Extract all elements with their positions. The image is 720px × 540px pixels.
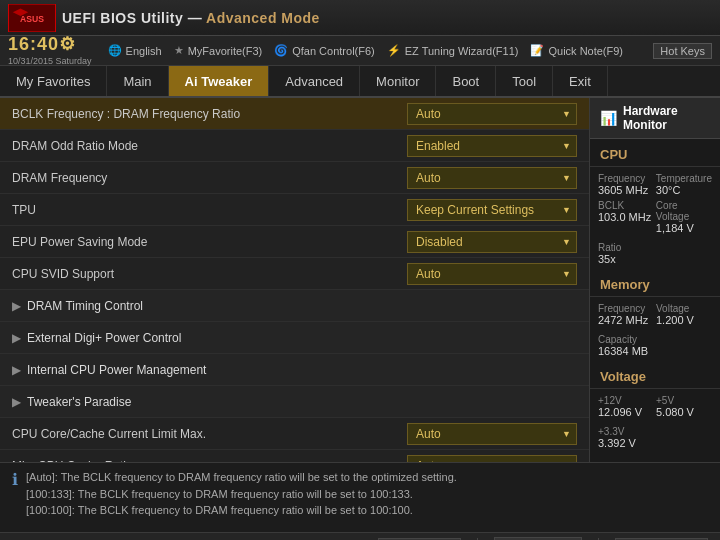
- hw-bclk-label: BCLK 103.0 MHz: [598, 198, 654, 234]
- hw-12v-label: +12V 12.096 V: [598, 393, 654, 418]
- navbar: My Favorites Main Ai Tweaker Advanced Mo…: [0, 66, 720, 98]
- hw-capacity: Capacity 16384 MB: [590, 330, 720, 361]
- svg-text:ASUS: ASUS: [20, 13, 44, 23]
- tab-exit[interactable]: Exit: [553, 66, 608, 96]
- min-cpu-cache-select-wrapper: Auto: [407, 455, 577, 463]
- tab-monitor[interactable]: Monitor: [360, 66, 436, 96]
- setting-label: EPU Power Saving Mode: [12, 235, 407, 249]
- note-icon: 📝: [530, 44, 544, 57]
- hw-memory-section: Memory: [590, 269, 720, 297]
- tab-main[interactable]: Main: [107, 66, 168, 96]
- hw-monitor-title: 📊 Hardware Monitor: [590, 98, 720, 139]
- hw-mem-voltage-label: Voltage 1.200 V: [656, 301, 712, 326]
- setting-cpu-cache-limit[interactable]: CPU Core/Cache Current Limit Max. Auto: [0, 418, 589, 450]
- setting-label: TPU: [12, 203, 407, 217]
- setting-label: DRAM Odd Ratio Mode: [12, 139, 407, 153]
- section-dram-timing[interactable]: ▶ DRAM Timing Control: [0, 290, 589, 322]
- info-icon: ℹ: [12, 470, 18, 489]
- section-cpu-power-mgmt[interactable]: ▶ Internal CPU Power Management: [0, 354, 589, 386]
- dram-odd-ratio-select[interactable]: Enabled: [407, 135, 577, 157]
- monitor-icon: 📊: [600, 110, 617, 126]
- info-bar: ℹ [Auto]: The BCLK frequency to DRAM fre…: [0, 462, 720, 532]
- hw-voltage-grid: +12V 12.096 V +5V 5.080 V: [590, 389, 720, 422]
- hw-voltage-section: Voltage: [590, 361, 720, 389]
- hot-keys-button[interactable]: Hot Keys: [653, 43, 712, 59]
- epu-power-select-wrapper: Disabled: [407, 231, 577, 253]
- fan-icon: 🌀: [274, 44, 288, 57]
- setting-label: Min. CPU Cache Ratio: [12, 459, 407, 463]
- tpu-select[interactable]: Keep Current Settings: [407, 199, 577, 221]
- infobar: 16:40⚙ 10/31/2015 Saturday 🌐 English ★ M…: [0, 36, 720, 66]
- statusbar: Version 2.17.1246. Copyright (C) 2015 Am…: [0, 532, 720, 540]
- setting-min-cpu-cache-ratio[interactable]: Min. CPU Cache Ratio Auto: [0, 450, 589, 462]
- tab-tool[interactable]: Tool: [496, 66, 553, 96]
- cpu-cache-limit-select-wrapper: Auto: [407, 423, 577, 445]
- setting-tpu[interactable]: TPU Keep Current Settings: [0, 194, 589, 226]
- hw-memory-grid: Frequency 2472 MHz Voltage 1.200 V: [590, 297, 720, 330]
- dram-freq-select-wrapper: Auto: [407, 167, 577, 189]
- hw-cpu-freq-label: Frequency 3605 MHz: [598, 171, 654, 196]
- hw-mem-freq-label: Frequency 2472 MHz: [598, 301, 654, 326]
- section-digi-power[interactable]: ▶ External Digi+ Power Control: [0, 322, 589, 354]
- settings-panel: BCLK Frequency : DRAM Frequency Ratio Au…: [0, 98, 590, 462]
- hw-5v-label: +5V 5.080 V: [656, 393, 712, 418]
- cpu-cache-limit-select[interactable]: Auto: [407, 423, 577, 445]
- bclk-dram-ratio-select[interactable]: Auto: [407, 103, 577, 125]
- lightning-icon: ⚡: [387, 44, 401, 57]
- hw-ratio: Ratio 35x: [590, 238, 720, 269]
- dram-freq-select[interactable]: Auto: [407, 167, 577, 189]
- setting-label: CPU SVID Support: [12, 267, 407, 281]
- hw-3v3-label: +3.3V 3.392 V: [590, 422, 720, 453]
- main-content: BCLK Frequency : DRAM Frequency Ratio Au…: [0, 98, 720, 462]
- tab-advanced[interactable]: Advanced: [269, 66, 360, 96]
- min-cpu-cache-select[interactable]: Auto: [407, 455, 577, 463]
- section-tweakers-paradise[interactable]: ▶ Tweaker's Paradise: [0, 386, 589, 418]
- hardware-monitor-panel: 📊 Hardware Monitor CPU Frequency 3605 MH…: [590, 98, 720, 462]
- setting-epu-power[interactable]: EPU Power Saving Mode Disabled: [0, 226, 589, 258]
- info-text: [Auto]: The BCLK frequency to DRAM frequ…: [26, 469, 457, 519]
- tab-ai-tweaker[interactable]: Ai Tweaker: [169, 66, 270, 96]
- quick-note-item[interactable]: 📝 Quick Note(F9): [530, 44, 623, 57]
- setting-dram-odd-ratio[interactable]: DRAM Odd Ratio Mode Enabled: [0, 130, 589, 162]
- title-highlight: Advanced Mode: [206, 10, 320, 26]
- setting-bclk-dram-ratio[interactable]: BCLK Frequency : DRAM Frequency Ratio Au…: [0, 98, 589, 130]
- hw-core-voltage-label: Core Voltage 1,184 V: [656, 198, 712, 234]
- myfavorite-item[interactable]: ★ MyFavorite(F3): [174, 44, 263, 57]
- dram-odd-ratio-select-wrapper: Enabled: [407, 135, 577, 157]
- setting-label: DRAM Frequency: [12, 171, 407, 185]
- logo: ASUS UEFI BIOS Utility — Advanced Mode: [8, 4, 320, 32]
- hw-cpu-temp-label: Temperature 30°C: [656, 171, 712, 196]
- setting-label: BCLK Frequency : DRAM Frequency Ratio: [12, 107, 407, 121]
- title-text: UEFI BIOS Utility — Advanced Mode: [62, 10, 320, 26]
- tab-my-favorites[interactable]: My Favorites: [0, 66, 107, 96]
- qfan-item[interactable]: 🌀 Qfan Control(F6): [274, 44, 375, 57]
- arrow-icon: ▶: [12, 363, 21, 377]
- titlebar: ASUS UEFI BIOS Utility — Advanced Mode: [0, 0, 720, 36]
- section-label: External Digi+ Power Control: [27, 331, 577, 345]
- logo-image: ASUS: [8, 4, 56, 32]
- section-label: Tweaker's Paradise: [27, 395, 577, 409]
- epu-power-select[interactable]: Disabled: [407, 231, 577, 253]
- info-items: 🌐 English ★ MyFavorite(F3) 🌀 Qfan Contro…: [108, 44, 638, 57]
- star-icon: ★: [174, 44, 184, 57]
- section-label: DRAM Timing Control: [27, 299, 577, 313]
- arrow-icon: ▶: [12, 395, 21, 409]
- hw-cpu-section: CPU: [590, 139, 720, 167]
- setting-dram-freq[interactable]: DRAM Frequency Auto: [0, 162, 589, 194]
- tpu-select-wrapper: Keep Current Settings: [407, 199, 577, 221]
- setting-cpu-svid[interactable]: CPU SVID Support Auto: [0, 258, 589, 290]
- cpu-svid-select[interactable]: Auto: [407, 263, 577, 285]
- ez-tuning-item[interactable]: ⚡ EZ Tuning Wizard(F11): [387, 44, 519, 57]
- globe-icon: 🌐: [108, 44, 122, 57]
- section-label: Internal CPU Power Management: [27, 363, 577, 377]
- language-item[interactable]: 🌐 English: [108, 44, 162, 57]
- tab-boot[interactable]: Boot: [436, 66, 496, 96]
- arrow-icon: ▶: [12, 299, 21, 313]
- hw-cpu-grid: Frequency 3605 MHz Temperature 30°C BCLK…: [590, 167, 720, 238]
- setting-label: CPU Core/Cache Current Limit Max.: [12, 427, 407, 441]
- bclk-dram-ratio-select-wrapper: Auto: [407, 103, 577, 125]
- arrow-icon: ▶: [12, 331, 21, 345]
- cpu-svid-select-wrapper: Auto: [407, 263, 577, 285]
- clock-display: 16:40⚙: [8, 34, 92, 56]
